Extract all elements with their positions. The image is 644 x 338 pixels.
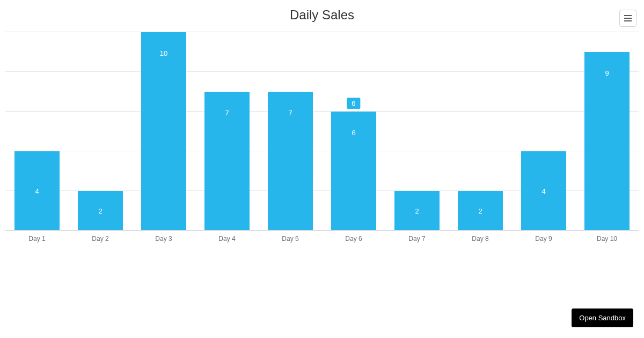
bar-slot: 7 <box>195 32 259 231</box>
chart-title: Daily Sales <box>0 8 644 23</box>
bar-value-label: 7 <box>268 109 313 117</box>
plot-area: 421077662249 <box>5 32 639 231</box>
bar-value-label: 2 <box>394 207 440 215</box>
bar[interactable]: 2 <box>458 191 503 231</box>
bar-slot: 10 <box>132 32 195 231</box>
bar[interactable]: 2 <box>394 191 440 231</box>
bar-value-label: 2 <box>458 207 503 215</box>
x-axis-tick: Day 3 <box>132 231 195 247</box>
bar[interactable]: 10 <box>141 32 187 231</box>
bar-slot: 66 <box>322 32 385 231</box>
x-axis-tick: Day 4 <box>195 231 259 247</box>
bar-value-label: 10 <box>141 49 187 57</box>
bar-slot: 2 <box>385 32 449 231</box>
x-axis-tick: Day 2 <box>69 231 132 247</box>
x-axis-tick: Day 9 <box>512 231 575 247</box>
bar[interactable]: 2 <box>78 191 123 231</box>
bar[interactable]: 9 <box>584 52 630 231</box>
bar[interactable]: 7 <box>204 92 250 231</box>
hamburger-icon <box>624 18 632 19</box>
bar-slot: 9 <box>575 32 639 231</box>
bar[interactable]: 4 <box>14 151 60 231</box>
bar[interactable]: 7 <box>268 92 313 231</box>
x-axis-tick: Day 5 <box>259 231 322 247</box>
bar-slot: 4 <box>512 32 575 231</box>
bar-slot: 7 <box>259 32 322 231</box>
x-axis-tick: Day 8 <box>449 231 512 247</box>
chart-menu-button[interactable] <box>619 10 636 27</box>
hamburger-icon <box>624 20 632 21</box>
bar-tooltip: 6 <box>347 98 360 109</box>
x-axis: Day 1Day 2Day 3Day 4Day 5Day 6Day 7Day 8… <box>5 230 639 247</box>
bar-value-label: 9 <box>584 69 630 77</box>
bar-value-label: 2 <box>78 207 123 215</box>
bars-container: 421077662249 <box>5 32 639 231</box>
daily-sales-chart: Daily Sales 421077662249 Day 1Day 2Day 3… <box>0 0 644 247</box>
x-axis-tick: Day 10 <box>575 231 639 247</box>
bar[interactable]: 66 <box>331 112 377 231</box>
bar[interactable]: 4 <box>521 151 567 231</box>
hamburger-icon <box>624 15 632 16</box>
x-axis-tick: Day 6 <box>322 231 385 247</box>
bar-value-label: 4 <box>14 187 60 195</box>
bar-slot: 4 <box>5 32 69 231</box>
x-axis-tick: Day 7 <box>385 231 449 247</box>
bar-value-label: 6 <box>331 129 377 137</box>
bar-slot: 2 <box>449 32 512 231</box>
open-sandbox-button[interactable]: Open Sandbox <box>572 308 633 327</box>
x-axis-tick: Day 1 <box>5 231 69 247</box>
bar-slot: 2 <box>69 32 132 231</box>
bar-value-label: 4 <box>521 187 567 195</box>
bar-value-label: 7 <box>204 109 250 117</box>
